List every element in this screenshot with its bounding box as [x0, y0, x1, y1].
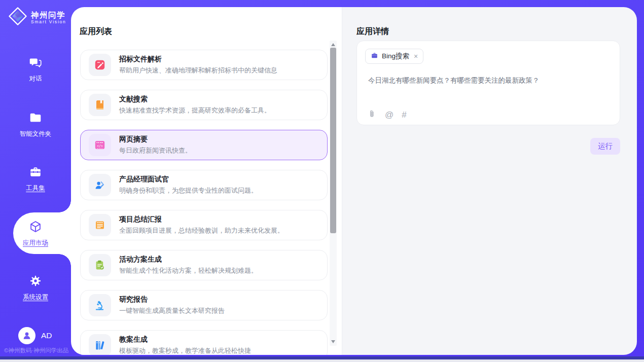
- scroll-down-arrow-icon[interactable]: [331, 340, 335, 343]
- at-mention-icon[interactable]: @: [385, 110, 393, 120]
- attachment-toolbar: @ #: [367, 109, 407, 121]
- app-description: 模板驱动，教案秒成，教学准备从此轻松快捷: [119, 346, 251, 355]
- list-item[interactable]: 招标文件解析帮助用户快速、准确地理解和解析招标书中的关键信息: [80, 50, 328, 80]
- sidebar-item-label: 系统设置: [23, 293, 48, 302]
- sidebar-item-cube[interactable]: 应用市场: [0, 220, 71, 247]
- scrollbar-thumb[interactable]: [330, 48, 336, 233]
- interviewer-icon: [89, 174, 111, 196]
- paperclip-icon[interactable]: [367, 109, 377, 121]
- cube-icon: [29, 220, 42, 235]
- svg-text:</>: </>: [97, 144, 103, 148]
- app-description: 每日政府新闻资讯快查。: [119, 146, 192, 155]
- sidebar-item-label: 应用市场: [23, 239, 48, 247]
- app-name: 产品经理面试官: [119, 175, 258, 184]
- toolbox-icon: [29, 165, 42, 180]
- app-description: 快速精准查找学术资源，提高研究效率的必备工具。: [119, 106, 271, 115]
- list-item[interactable]: 文献搜索快速精准查找学术资源，提高研究效率的必备工具。: [80, 90, 328, 120]
- research-icon: [89, 294, 111, 316]
- brand-logo: 神州问学 Smart Vision: [8, 7, 66, 28]
- brand-subtitle: Smart Vision: [31, 19, 66, 24]
- app-detail-panel: 应用详情 Bing搜索 × 今日湖北有哪些新闻要点？有哪些需要关注的最新政策？ …: [342, 7, 637, 355]
- sidebar-item-chat-bubble[interactable]: 对话: [0, 56, 71, 83]
- chat-bubble-icon: [29, 56, 42, 71]
- tool-tag-label: Bing搜索: [382, 52, 409, 61]
- run-button[interactable]: 运行: [590, 138, 620, 155]
- app-name: 研究报告: [119, 295, 225, 304]
- brand-name: 神州问学: [31, 11, 66, 19]
- app-name: 教案生成: [119, 335, 251, 344]
- sidebar-item-toolbox[interactable]: 工具集: [0, 165, 71, 193]
- sidebar-item-label: 对话: [29, 75, 42, 83]
- list-item[interactable]: 教案生成模板驱动，教案秒成，教学准备从此轻松快捷: [80, 330, 328, 355]
- content-area: 应用列表 招标文件解析帮助用户快速、准确地理解和解析招标书中的关键信息文献搜索快…: [71, 7, 637, 355]
- query-text[interactable]: 今日湖北有哪些新闻要点？有哪些需要关注的最新政策？: [368, 76, 611, 85]
- activity-icon: [89, 254, 111, 276]
- diamond-logo-icon: [8, 7, 27, 28]
- tab-curve-top: [59, 200, 71, 212]
- app-name: 网页摘要: [119, 135, 192, 144]
- lesson-icon: [89, 334, 111, 355]
- app-name: 项目总结汇报: [119, 215, 284, 224]
- list-item[interactable]: 项目总结汇报全面回顾项目进展，总结经验教训，助力未来优化发展。: [80, 210, 328, 240]
- app-list-title: 应用列表: [80, 26, 112, 37]
- gear-icon: [29, 274, 42, 289]
- folder-icon: [29, 111, 42, 126]
- summary-icon: [89, 214, 111, 236]
- app-name: 文献搜索: [119, 95, 271, 104]
- user-account[interactable]: AD: [18, 327, 52, 344]
- user-initials: AD: [41, 331, 52, 340]
- scroll-up-arrow-icon[interactable]: [331, 43, 335, 46]
- copyright-text: ©神州数码·神州问学出品: [4, 347, 68, 354]
- app-list-panel: 应用列表 招标文件解析帮助用户快速、准确地理解和解析招标书中的关键信息文献搜索快…: [71, 7, 342, 355]
- query-input-card[interactable]: Bing搜索 × 今日湖北有哪些新闻要点？有哪些需要关注的最新政策？ @ #: [356, 41, 620, 125]
- literature-icon: [89, 94, 111, 116]
- app-description: 明确身份和职责，为您提供专业性的面试问题。: [119, 186, 258, 195]
- list-item[interactable]: 产品经理面试官明确身份和职责，为您提供专业性的面试问题。: [80, 170, 328, 200]
- app-description: 一键智能生成高质量长文本研究报告: [119, 306, 225, 315]
- sidebar-item-gear[interactable]: 系统设置: [0, 274, 71, 302]
- page-edge: [0, 359, 644, 362]
- sidebar-item-folder[interactable]: 智能文件夹: [0, 111, 71, 138]
- app-detail-title: 应用详情: [356, 26, 389, 37]
- tag-close-icon[interactable]: ×: [414, 53, 418, 60]
- avatar: [18, 327, 35, 344]
- webpage-icon: </>: [89, 134, 111, 156]
- briefcase-icon: [371, 52, 378, 61]
- tab-curve-bottom: [59, 254, 71, 266]
- list-item[interactable]: 活动方案生成智能生成个性化活动方案，轻松解决规划难题。: [80, 250, 328, 280]
- app-description: 帮助用户快速、准确地理解和解析招标书中的关键信息: [119, 66, 277, 75]
- app-description: 智能生成个性化活动方案，轻松解决规划难题。: [119, 266, 258, 275]
- tool-tag-bing-search[interactable]: Bing搜索 ×: [365, 49, 423, 64]
- sidebar: 神州问学 Smart Vision 对话智能文件夹工具集应用市场系统设置 AD …: [0, 0, 71, 357]
- run-row: 运行: [356, 138, 620, 155]
- scrollbar[interactable]: [330, 41, 337, 346]
- app-name: 活动方案生成: [119, 255, 258, 264]
- list-item[interactable]: 研究报告一键智能生成高质量长文本研究报告: [80, 290, 328, 320]
- app-list: 招标文件解析帮助用户快速、准确地理解和解析招标书中的关键信息文献搜索快速精准查找…: [80, 50, 328, 355]
- list-item[interactable]: </>网页摘要每日政府新闻资讯快查。: [80, 130, 328, 160]
- app-description: 全面回顾项目进展，总结经验教训，助力未来优化发展。: [119, 226, 284, 235]
- hash-topic-icon[interactable]: #: [402, 110, 406, 120]
- sidebar-item-label: 工具集: [26, 184, 45, 193]
- app-name: 招标文件解析: [119, 55, 277, 64]
- sidebar-item-label: 智能文件夹: [20, 130, 52, 138]
- bid-doc-icon: [89, 54, 111, 76]
